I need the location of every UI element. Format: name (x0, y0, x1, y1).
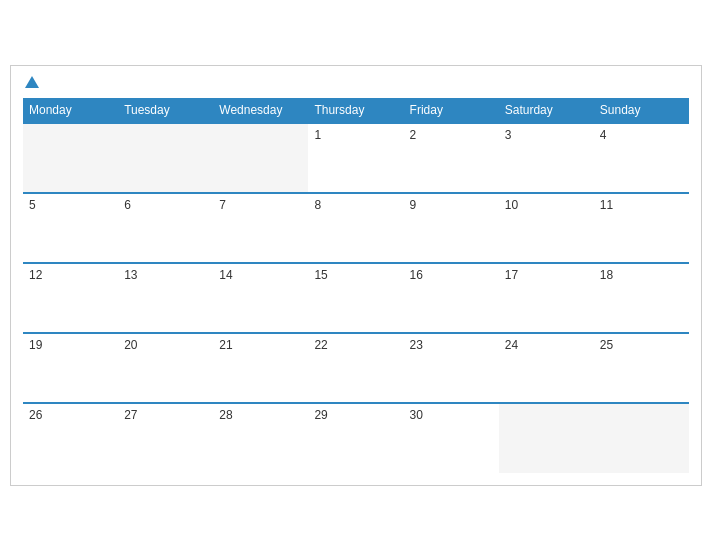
calendar-cell: 24 (499, 333, 594, 403)
calendar-thead: MondayTuesdayWednesdayThursdayFridaySatu… (23, 98, 689, 123)
calendar-cell: 5 (23, 193, 118, 263)
week-row-1: 1234 (23, 123, 689, 193)
day-number: 19 (29, 338, 42, 352)
calendar-cell: 28 (213, 403, 308, 473)
week-row-3: 12131415161718 (23, 263, 689, 333)
day-number: 24 (505, 338, 518, 352)
calendar-cell: 2 (404, 123, 499, 193)
calendar-cell: 1 (308, 123, 403, 193)
calendar-cell (23, 123, 118, 193)
calendar-cell: 6 (118, 193, 213, 263)
weekday-header-monday: Monday (23, 98, 118, 123)
calendar-cell: 26 (23, 403, 118, 473)
calendar-cell: 25 (594, 333, 689, 403)
weekday-header-saturday: Saturday (499, 98, 594, 123)
day-number: 16 (410, 268, 423, 282)
day-number: 27 (124, 408, 137, 422)
calendar-cell (499, 403, 594, 473)
day-number: 1 (314, 128, 321, 142)
day-number: 2 (410, 128, 417, 142)
day-number: 6 (124, 198, 131, 212)
calendar-cell: 17 (499, 263, 594, 333)
calendar-cell: 21 (213, 333, 308, 403)
calendar-grid: MondayTuesdayWednesdayThursdayFridaySatu… (23, 98, 689, 473)
day-number: 18 (600, 268, 613, 282)
day-number: 22 (314, 338, 327, 352)
calendar-cell: 3 (499, 123, 594, 193)
weekday-header-friday: Friday (404, 98, 499, 123)
day-number: 23 (410, 338, 423, 352)
weekday-header-sunday: Sunday (594, 98, 689, 123)
day-number: 17 (505, 268, 518, 282)
calendar-cell: 7 (213, 193, 308, 263)
day-number: 9 (410, 198, 417, 212)
day-number: 8 (314, 198, 321, 212)
week-row-4: 19202122232425 (23, 333, 689, 403)
day-number: 5 (29, 198, 36, 212)
calendar-container: MondayTuesdayWednesdayThursdayFridaySatu… (10, 65, 702, 486)
calendar-header (23, 76, 689, 90)
day-number: 13 (124, 268, 137, 282)
day-number: 7 (219, 198, 226, 212)
day-number: 26 (29, 408, 42, 422)
calendar-cell: 19 (23, 333, 118, 403)
week-row-2: 567891011 (23, 193, 689, 263)
weekday-header-wednesday: Wednesday (213, 98, 308, 123)
calendar-cell: 23 (404, 333, 499, 403)
calendar-cell: 30 (404, 403, 499, 473)
calendar-cell: 20 (118, 333, 213, 403)
calendar-cell: 10 (499, 193, 594, 263)
calendar-cell: 18 (594, 263, 689, 333)
week-row-5: 2627282930 (23, 403, 689, 473)
day-number: 3 (505, 128, 512, 142)
weekday-header-tuesday: Tuesday (118, 98, 213, 123)
calendar-cell: 29 (308, 403, 403, 473)
day-number: 20 (124, 338, 137, 352)
calendar-cell (594, 403, 689, 473)
day-number: 28 (219, 408, 232, 422)
calendar-cell: 14 (213, 263, 308, 333)
day-number: 11 (600, 198, 613, 212)
calendar-cell (213, 123, 308, 193)
calendar-cell: 11 (594, 193, 689, 263)
calendar-cell (118, 123, 213, 193)
calendar-cell: 4 (594, 123, 689, 193)
logo-area (23, 76, 39, 90)
day-number: 12 (29, 268, 42, 282)
calendar-cell: 9 (404, 193, 499, 263)
calendar-cell: 22 (308, 333, 403, 403)
day-number: 15 (314, 268, 327, 282)
calendar-cell: 12 (23, 263, 118, 333)
logo-triangle-icon (25, 76, 39, 88)
day-number: 21 (219, 338, 232, 352)
day-number: 10 (505, 198, 518, 212)
calendar-cell: 8 (308, 193, 403, 263)
weekday-header-thursday: Thursday (308, 98, 403, 123)
calendar-cell: 16 (404, 263, 499, 333)
calendar-cell: 13 (118, 263, 213, 333)
calendar-cell: 27 (118, 403, 213, 473)
day-number: 14 (219, 268, 232, 282)
day-number: 29 (314, 408, 327, 422)
calendar-cell: 15 (308, 263, 403, 333)
weekday-header-row: MondayTuesdayWednesdayThursdayFridaySatu… (23, 98, 689, 123)
calendar-body: 1234567891011121314151617181920212223242… (23, 123, 689, 473)
day-number: 25 (600, 338, 613, 352)
day-number: 4 (600, 128, 607, 142)
day-number: 30 (410, 408, 423, 422)
